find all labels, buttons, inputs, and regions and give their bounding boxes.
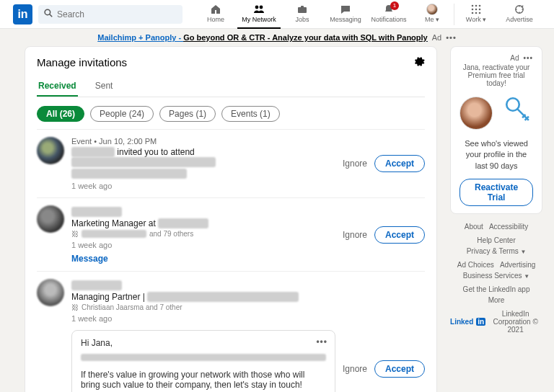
svg-point-2 <box>255 6 259 9</box>
nav-label: Messaging <box>330 16 361 23</box>
nav-my-network[interactable]: My Network <box>237 0 281 29</box>
nav-notifications[interactable]: 1 Notifications <box>367 0 410 29</box>
key-icon <box>503 94 533 131</box>
footer-more[interactable]: More <box>488 296 505 304</box>
ignore-button[interactable]: Ignore <box>343 159 367 169</box>
chevron-down-icon: ▼ <box>521 249 527 255</box>
chevron-down-icon: ▼ <box>524 273 529 280</box>
sponsored-bar: Mailchimp + Panoply - Go beyond OR & CTR… <box>0 29 554 46</box>
svg-point-3 <box>260 6 263 9</box>
linkedin-logo[interactable]: in <box>13 4 32 24</box>
svg-point-12 <box>472 12 474 14</box>
svg-point-6 <box>472 5 474 7</box>
nav-me[interactable]: Me ▾ <box>410 0 454 29</box>
search-box[interactable] <box>38 5 183 24</box>
footer-privacy[interactable]: Privacy & Terms ▼ <box>467 247 527 255</box>
tab-sent[interactable]: Sent <box>94 76 115 97</box>
filter-people[interactable]: People (24) <box>90 106 154 122</box>
ad-label: Ad <box>510 54 519 62</box>
nav-jobs[interactable]: Jobs <box>281 0 324 29</box>
footer-business[interactable]: Business Services ▼ <box>463 272 529 280</box>
avatar[interactable] <box>37 279 64 306</box>
nav-label: Home <box>207 16 224 23</box>
invitation-name[interactable]: xxxxxxxx <box>71 280 335 290</box>
bell-icon: 1 <box>383 4 395 15</box>
notification-badge: 1 <box>390 1 399 10</box>
grid-icon <box>470 4 482 15</box>
note-menu-icon[interactable]: ••• <box>316 337 327 347</box>
nav-label: Me ▾ <box>425 16 439 23</box>
right-rail: Ad ••• Jana, reactivate your Premium fre… <box>450 46 542 392</box>
promo-sub: See who's viewed your profile in the las… <box>460 138 533 172</box>
gear-icon[interactable] <box>413 55 425 69</box>
svg-point-13 <box>475 12 478 14</box>
avatar <box>426 4 438 15</box>
footer-advertising[interactable]: Advertising <box>500 261 535 269</box>
avatar[interactable] <box>37 205 64 233</box>
invitation-time: 1 week ago <box>71 314 335 323</box>
card-menu-icon[interactable]: ••• <box>524 54 534 62</box>
nav-label: Notifications <box>371 16 406 23</box>
footer-about[interactable]: About <box>465 223 483 231</box>
nav-label: Work ▾ <box>466 16 486 23</box>
ad-label: Ad <box>432 33 441 42</box>
note-body: If there's value in growing your network… <box>81 370 326 390</box>
note-greeting: Hi Jana, <box>81 338 326 348</box>
search-input[interactable] <box>57 9 177 19</box>
tabs: Received Sent <box>37 76 425 97</box>
invitation-headline: Marketing Manager at xxxxxxx <box>71 218 335 228</box>
svg-point-14 <box>479 12 481 14</box>
nav-label: My Network <box>242 16 276 23</box>
link-icon: ⛓ <box>71 230 79 238</box>
footer-help[interactable]: Help Center <box>477 236 515 244</box>
nav-label: Advertise <box>506 16 533 23</box>
filter-pages[interactable]: Pages (1) <box>159 106 216 122</box>
tab-received[interactable]: Received <box>37 76 78 97</box>
svg-point-7 <box>475 5 478 7</box>
invitation-meta: Event • Jun 10, 2:00 PM <box>71 137 335 146</box>
briefcase-icon <box>296 4 308 15</box>
people-icon <box>253 4 265 15</box>
accept-button[interactable]: Accept <box>374 360 425 378</box>
filter-all[interactable]: All (26) <box>37 106 84 122</box>
ignore-button[interactable]: Ignore <box>343 230 367 240</box>
promo-menu-icon[interactable]: ••• <box>446 33 457 42</box>
nav-advertise[interactable]: Advertise <box>498 0 541 29</box>
accept-button[interactable]: Accept <box>374 226 425 244</box>
svg-point-10 <box>475 9 478 11</box>
svg-line-1 <box>50 14 53 17</box>
avatar <box>460 97 493 130</box>
nav-work[interactable]: Work ▾ <box>454 0 498 29</box>
top-nav: in Home My Network Jobs Messaging 1 <box>0 0 554 29</box>
footer-copyright: Linkedin LinkedIn Corporation © 2021 <box>450 310 542 334</box>
invitation-row: Event • Jun 10, 2:00 PM xxxxxxx invited … <box>37 129 425 197</box>
invitation-time: 1 week ago <box>71 241 335 249</box>
svg-rect-4 <box>298 7 307 13</box>
footer-app[interactable]: Get the LinkedIn app <box>463 285 530 293</box>
invitation-time: 1 week ago <box>71 182 335 190</box>
svg-point-8 <box>479 5 481 7</box>
avatar[interactable] <box>37 137 64 164</box>
invitations-panel: Manage invitations Received Sent All (26… <box>25 46 437 392</box>
home-icon <box>210 4 221 15</box>
ignore-button[interactable]: Ignore <box>343 364 367 374</box>
footer-ad-choices[interactable]: Ad Choices <box>457 261 494 269</box>
page-title: Manage invitations <box>37 56 127 68</box>
link-icon: ⛓ <box>71 303 79 311</box>
footer-accessibility[interactable]: Accessibility <box>489 223 528 231</box>
mutual-connections: ⛓xxxxxxxxxxxx and 79 others <box>71 230 335 238</box>
filter-pills: All (26) People (24) Pages (1) Events (1… <box>37 106 425 122</box>
accept-button[interactable]: Accept <box>374 155 425 172</box>
message-link[interactable]: Message <box>71 254 108 264</box>
invitation-headline: Managing Partner | xxxxxxxxxxxxxxxxxxxxx… <box>71 292 335 302</box>
svg-point-11 <box>479 9 481 11</box>
footer-links: About Accessibility Help Center Privacy … <box>450 223 542 334</box>
nav-home[interactable]: Home <box>194 0 237 29</box>
nav-messaging[interactable]: Messaging <box>324 0 367 29</box>
filter-events[interactable]: Events (1) <box>221 106 280 122</box>
svg-point-9 <box>472 9 474 11</box>
reactivate-button[interactable]: Reactivate Trial <box>460 179 533 206</box>
invitation-row: xxxxxxxx Managing Partner | xxxxxxxxxxxx… <box>37 271 425 392</box>
invitation-name[interactable]: xxxxxxxx <box>71 207 335 217</box>
promo-link[interactable]: Mailchimp + Panoply - Go beyond OR & CTR… <box>97 33 427 42</box>
